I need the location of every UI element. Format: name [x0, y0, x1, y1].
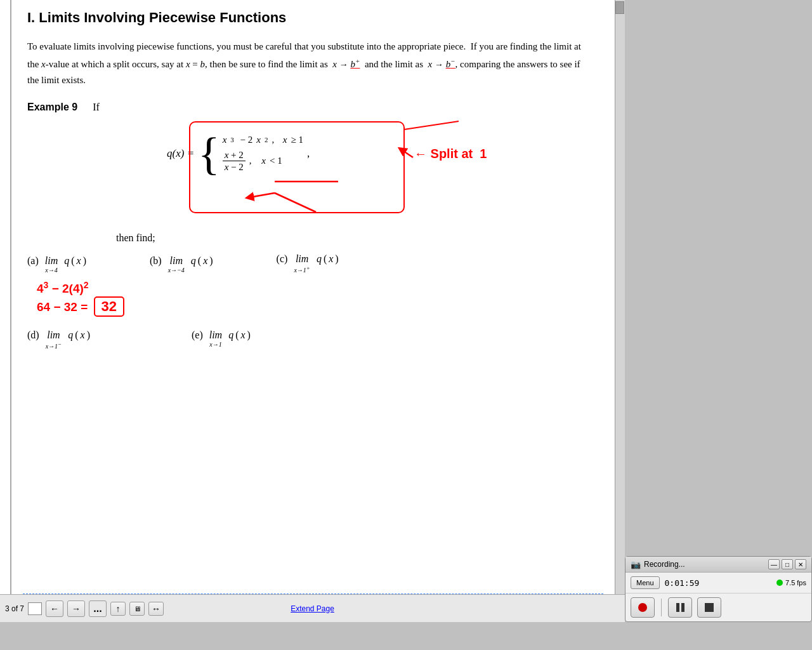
- next-page-button[interactable]: →: [67, 600, 85, 617]
- example-if: If: [93, 102, 100, 112]
- piece2: x + 2 x − 2 , x < 1: [223, 149, 303, 173]
- recording-title: Recording...: [644, 560, 685, 569]
- intro-text: To evaluate limits involving piecewise f…: [27, 41, 581, 85]
- fps-value: 7.5 fps: [785, 579, 806, 587]
- recording-controls: [625, 593, 811, 621]
- answer-box: 32: [94, 296, 124, 317]
- recording-body: Menu 0:01:59 7.5 fps: [625, 573, 811, 593]
- nav-box: [28, 602, 42, 615]
- then-find: then find;: [116, 232, 589, 244]
- recording-panel: 📷 Recording... — □ ✕ Menu 0:01:59 7.5 fp…: [625, 556, 812, 622]
- handwritten-calc: 43 − 2(4)2 64 − 32 = 32: [37, 280, 589, 324]
- fraction-denominator: x − 2: [223, 161, 246, 173]
- function-name: q(x) =: [167, 147, 194, 160]
- intro-paragraph: To evaluate limits involving piecewise f…: [27, 39, 589, 89]
- more-pages-button[interactable]: ...: [89, 600, 107, 617]
- svg-line-4: [404, 121, 459, 129]
- minimize-button[interactable]: —: [768, 559, 780, 569]
- restore-button[interactable]: □: [782, 559, 793, 569]
- camera-icon: 📷: [631, 560, 641, 569]
- svg-line-0: [402, 150, 413, 157]
- page-info: 3 of 7: [5, 604, 24, 613]
- expand-button[interactable]: ↔: [148, 602, 164, 616]
- limit-d: (d) lim x→1− q(x): [27, 329, 90, 350]
- extend-page-link[interactable]: Extend Page: [291, 604, 334, 613]
- svg-line-2: [249, 193, 275, 197]
- status-dot: [776, 580, 783, 586]
- prev-page-button[interactable]: ←: [46, 600, 63, 617]
- menu-button[interactable]: Menu: [631, 576, 660, 589]
- section-title: I. Limits Involving Piecewise Functions: [27, 10, 589, 26]
- limit-c: (c) lim x→1+ q(x): [277, 253, 339, 274]
- bottom-navigation: 3 of 7 ← → ... ↑ 🖥 ↔ Extend Page: [0, 594, 625, 622]
- fps-indicator: 7.5 fps: [776, 579, 806, 587]
- monitor-button[interactable]: 🖥: [129, 602, 145, 616]
- limit-b: (b) lim x→−4 q(x): [150, 255, 213, 274]
- close-button[interactable]: ✕: [795, 559, 806, 569]
- example-label: Example 9: [27, 102, 77, 112]
- separator: [661, 599, 662, 616]
- limit-a: (a) lim x→4 q(x): [27, 255, 86, 274]
- piece1: x3 − 2x2, x ≥ 1: [223, 135, 303, 145]
- scroll-up-button[interactable]: ↑: [110, 602, 126, 616]
- limit-e: (e) lim x→1 q(x): [192, 329, 251, 348]
- fraction-numerator: x + 2: [223, 149, 246, 161]
- stop-button[interactable]: [697, 597, 721, 618]
- annotation-svg: [27, 118, 598, 229]
- record-dot-icon: [638, 603, 647, 612]
- recording-titlebar: 📷 Recording... — □ ✕: [625, 557, 811, 573]
- record-button[interactable]: [631, 597, 655, 618]
- stop-icon: [705, 603, 714, 612]
- svg-line-1: [275, 193, 316, 212]
- pause-button[interactable]: [668, 597, 692, 618]
- pause-icon: [676, 603, 684, 612]
- time-display: 0:01:59: [665, 578, 771, 588]
- split-annotation: ← Split at 1: [414, 147, 487, 161]
